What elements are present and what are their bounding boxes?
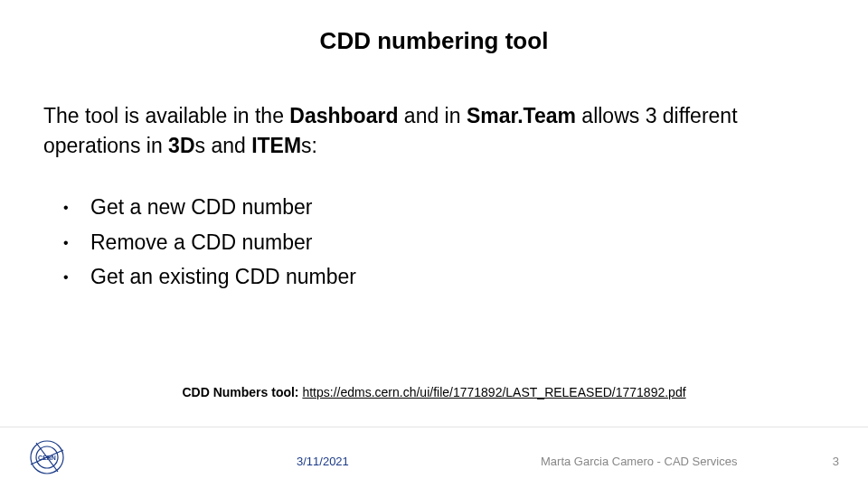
reference-label: CDD Numbers tool: [182,385,302,399]
slide-title: CDD numbering tool [0,27,868,55]
bullet-list: Get a new CDD number Remove a CDD number… [63,192,356,296]
footer-author: Marta Garcia Camero - CAD Services [541,455,737,468]
footer: CERN 3/11/2021 Marta Garcia Camero - CAD… [0,427,868,488]
bullet-3: Get an existing CDD number [63,261,356,293]
footer-page-number: 3 [833,455,839,468]
cern-logo-icon: CERN [27,437,67,477]
intro-bold-smarteam: Smar.Team [467,104,576,127]
intro-paragraph: The tool is available in the Dashboard a… [43,101,825,162]
intro-text-1: The tool is available in the [43,104,289,127]
intro-bold-3d: 3D [168,134,194,157]
bullet-1: Get a new CDD number [63,192,356,223]
bullet-2: Remove a CDD number [63,227,356,258]
svg-text:CERN: CERN [38,455,56,461]
reference-url[interactable]: https://edms.cern.ch/ui/file/1771892/LAS… [302,385,685,399]
intro-text-4: s and [195,134,252,157]
reference-line: CDD Numbers tool: https://edms.cern.ch/u… [0,385,868,399]
intro-text-2: and in [398,104,466,127]
footer-date: 3/11/2021 [297,455,349,468]
intro-text-5: s: [301,134,317,157]
intro-bold-item: ITEM [251,134,301,157]
intro-bold-dashboard: Dashboard [289,104,398,127]
slide: CDD numbering tool The tool is available… [0,0,868,488]
